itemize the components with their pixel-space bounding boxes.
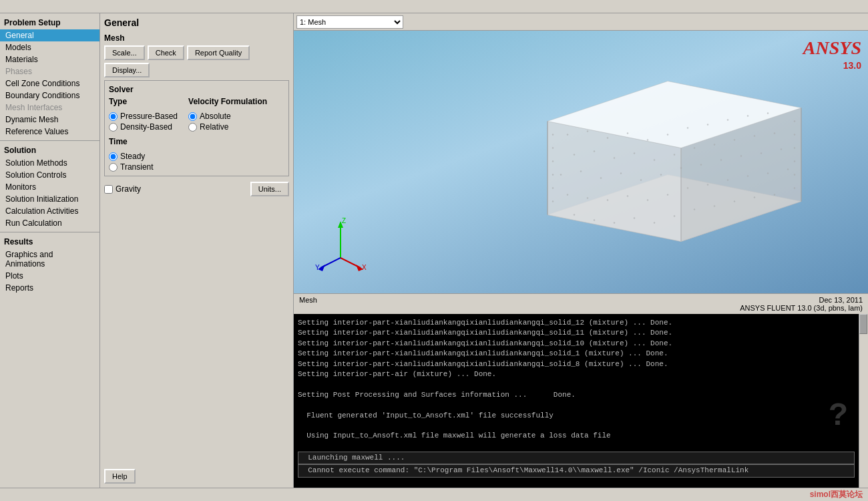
density-based-radio[interactable]: Density-Based <box>109 122 178 132</box>
solver-label: Solver <box>109 85 284 94</box>
help-button[interactable]: Help <box>104 469 136 484</box>
sidebar-item-reports[interactable]: Reports <box>0 282 99 294</box>
svg-text:X: X <box>362 264 367 271</box>
svg-point-37 <box>781 148 782 150</box>
svg-point-18 <box>634 152 635 154</box>
console-area: Setting interior-part-xianliudiankangqix… <box>294 314 868 488</box>
sidebar-item-monitors[interactable]: Monitors <box>0 181 99 193</box>
relative-input[interactable] <box>188 123 197 132</box>
viewport-3d[interactable]: ANSYS 13.0 <box>294 31 868 293</box>
display-button[interactable]: Display... <box>104 63 150 77</box>
density-based-input[interactable] <box>109 123 118 132</box>
viewport-footer: Mesh Dec 13, 2011 ANSYS FLUENT 13.0 (3d,… <box>294 293 868 314</box>
relative-radio[interactable]: Relative <box>188 122 267 132</box>
help-button-container: Help <box>104 469 136 484</box>
gravity-checkbox[interactable]: Gravity <box>104 184 141 194</box>
sidebar-item-graphics[interactable]: Graphics and Animations <box>0 248 99 270</box>
svg-point-61 <box>552 134 554 135</box>
transient-label: Transient <box>120 162 154 172</box>
pressure-based-input[interactable] <box>109 112 118 121</box>
svg-point-65 <box>552 187 554 188</box>
units-button[interactable]: Units... <box>250 182 289 196</box>
svg-point-16 <box>594 150 595 152</box>
gravity-input[interactable] <box>104 185 113 194</box>
sidebar-item-materials[interactable]: Materials <box>0 53 99 65</box>
ansys-logo: ANSYS <box>803 37 861 59</box>
viewport-select[interactable]: 1: Mesh <box>296 15 403 29</box>
console-line-9 <box>298 400 855 410</box>
check-button[interactable]: Check <box>148 45 184 60</box>
svg-text:Y: Y <box>315 264 320 271</box>
main-area: Problem Setup General Models Materials P… <box>0 13 868 488</box>
scale-button[interactable]: Scale... <box>104 45 145 60</box>
svg-point-44 <box>687 187 688 188</box>
sidebar-item-calc-activities[interactable]: Calculation Activities <box>0 205 99 217</box>
svg-point-34 <box>720 159 722 160</box>
pressure-based-label: Pressure-Based <box>120 112 178 121</box>
svg-point-43 <box>667 194 668 195</box>
svg-point-67 <box>794 120 795 122</box>
panel-title: General <box>104 17 289 28</box>
console-line-11 <box>298 421 855 431</box>
svg-point-9 <box>667 134 668 135</box>
svg-point-50 <box>574 214 575 215</box>
display-button-row: Display... <box>104 63 289 77</box>
absolute-input[interactable] <box>188 112 197 121</box>
svg-point-5 <box>587 130 588 132</box>
svg-point-71 <box>794 174 795 175</box>
axes-svg: Z X Y <box>314 218 367 271</box>
report-quality-button[interactable]: Report Quality <box>187 45 250 60</box>
sidebar-section-problem-setup: Problem Setup <box>0 16 99 29</box>
sidebar-item-plots[interactable]: Plots <box>0 270 99 282</box>
sidebar-item-boundary[interactable]: Boundary Conditions <box>0 90 99 102</box>
svg-point-19 <box>654 159 655 160</box>
sidebar-item-models[interactable]: Models <box>0 41 99 53</box>
simol-logo: simol西莫论坛 <box>810 489 863 500</box>
console-line-3: Setting interior-part-xianliudiankangqix… <box>298 339 855 349</box>
time-group: Time Steady Transient <box>109 137 284 172</box>
solver-group: Solver Type Pressure-Based Density-Based <box>104 80 289 176</box>
transient-radio[interactable]: Transient <box>109 162 284 172</box>
viewport-area: 1: Mesh ANSYS 13.0 <box>294 13 868 488</box>
density-based-label: Density-Based <box>120 122 172 132</box>
absolute-radio[interactable]: Absolute <box>188 112 267 121</box>
console-line-6: Setting interior-part-air (mixture) ... … <box>298 369 855 379</box>
svg-text:Z: Z <box>342 218 346 224</box>
svg-point-36 <box>761 152 762 154</box>
type-group: Type Pressure-Based Density-Based <box>109 97 178 132</box>
velocity-group: Velocity Formulation Absolute Relative <box>188 97 267 132</box>
sidebar-item-solution-methods[interactable]: Solution Methods <box>0 157 99 169</box>
sidebar-item-run-calc[interactable]: Run Calculation <box>0 217 99 229</box>
svg-point-51 <box>594 219 595 220</box>
scrollbar-thumb[interactable] <box>859 314 867 334</box>
pressure-based-radio[interactable]: Pressure-Based <box>109 112 178 121</box>
steady-radio[interactable]: Steady <box>109 152 284 161</box>
sidebar-divider-1 <box>0 140 99 141</box>
console-line-13 <box>298 442 855 452</box>
question-mark-icon: ? <box>829 398 848 434</box>
svg-point-27 <box>580 170 582 172</box>
gravity-units-row: Gravity Units... <box>104 182 289 196</box>
svg-point-15 <box>574 154 575 155</box>
console-line-7 <box>298 379 855 389</box>
sidebar-item-cell-zone[interactable]: Cell Zone Conditions <box>0 77 99 90</box>
sidebar-item-general[interactable]: General <box>0 29 99 41</box>
sidebar-item-solution-init[interactable]: Solution Initialization <box>0 193 99 205</box>
viewport-footer-left: Mesh <box>299 296 317 312</box>
sidebar-item-phases: Phases <box>0 65 99 77</box>
console-line-2: Setting interior-part-xianliudiankangqix… <box>298 328 855 338</box>
sidebar-divider-2 <box>0 232 99 232</box>
console-line-15: Cannot execute command: "C:\Program File… <box>298 464 855 477</box>
svg-point-7 <box>627 132 628 134</box>
sidebar-item-dynamic-mesh[interactable]: Dynamic Mesh <box>0 114 99 126</box>
viewport-toolbar: 1: Mesh <box>294 13 868 31</box>
mesh-section-label: Mesh <box>104 33 289 43</box>
sidebar-item-reference-values[interactable]: Reference Values <box>0 126 99 138</box>
transient-input[interactable] <box>109 163 118 172</box>
console-scrollbar[interactable] <box>859 314 868 488</box>
svg-point-11 <box>707 124 708 125</box>
steady-input[interactable] <box>109 152 118 161</box>
sidebar-item-solution-controls[interactable]: Solution Controls <box>0 169 99 181</box>
viewport-footer-date: Dec 13, 2011 <box>740 296 863 304</box>
solver-options-row: Type Pressure-Based Density-Based Veloci… <box>109 97 284 132</box>
